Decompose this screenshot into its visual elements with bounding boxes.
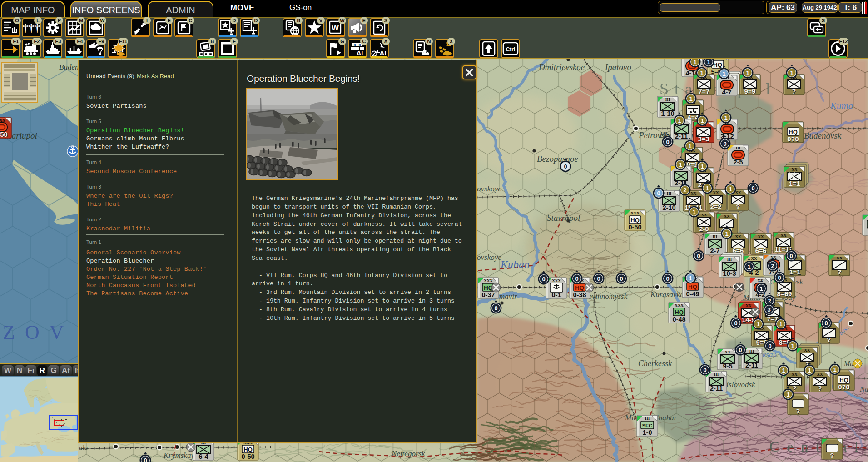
svg-text:1: 1	[700, 117, 704, 124]
svg-text:?: ?	[827, 336, 831, 343]
svg-text:XX: XX	[735, 190, 741, 195]
svg-text:1: 1	[700, 70, 703, 76]
svg-text:III: III	[645, 416, 650, 421]
svg-text:1: 1	[724, 114, 727, 121]
svg-text:0-49: 0-49	[686, 290, 699, 298]
svg-text:1: 1	[722, 70, 725, 77]
svg-text:6-4: 6-4	[199, 453, 208, 460]
svg-text:1: 1	[786, 391, 789, 398]
svg-text:W: W	[332, 24, 339, 32]
svg-text:1: 1	[705, 185, 709, 192]
svg-text:HQ: HQ	[243, 446, 253, 453]
svg-text:1: 1	[700, 163, 704, 170]
svg-text:0: 0	[739, 347, 742, 353]
svg-text:0: 0	[564, 163, 567, 170]
svg-text:0: 0	[494, 305, 497, 312]
svg-text:0: 0	[789, 253, 793, 259]
svg-text:XX: XX	[746, 303, 752, 308]
svg-text:XX: XX	[792, 372, 798, 377]
svg-text:ula: ula	[79, 444, 88, 451]
svg-text:2-5: 2-5	[734, 159, 743, 166]
svg-text:10-3: 10-3	[723, 270, 736, 277]
svg-text:ovskoye: ovskoye	[477, 253, 501, 262]
svg-text:1: 1	[747, 263, 750, 270]
svg-text:2=2: 2=2	[710, 203, 722, 210]
svg-text:1: 1	[746, 70, 749, 76]
svg-text:HQ: HQ	[630, 217, 640, 224]
svg-text:8=69: 8=69	[777, 290, 792, 298]
svg-text:XX: XX	[804, 348, 810, 353]
svg-text:XX: XX	[724, 214, 730, 219]
svg-text:0: 0	[734, 320, 737, 327]
svg-text:?: ?	[830, 452, 834, 459]
svg-text:0-38: 0-38	[573, 291, 586, 298]
svg-text:1: 1	[689, 275, 692, 282]
svg-text:III: III	[727, 257, 732, 262]
svg-text:1=1: 1=1	[789, 268, 801, 276]
svg-text:0: 0	[144, 457, 147, 462]
svg-text:9=9: 9=9	[744, 88, 756, 95]
svg-text:3=3: 3=3	[698, 135, 709, 143]
svg-text:III: III	[713, 234, 718, 239]
svg-text:XX: XX	[781, 233, 787, 238]
svg-text:XX: XX	[701, 213, 707, 217]
svg-text:2-11: 2-11	[710, 385, 723, 392]
svg-text:2: 2	[683, 187, 686, 194]
svg-text:1: 1	[759, 285, 763, 292]
svg-text:0: 0	[751, 185, 754, 192]
svg-text:?: ?	[793, 385, 797, 392]
svg-text:0?0: 0?0	[838, 383, 850, 391]
svg-text:1: 1	[779, 321, 782, 328]
svg-text:III: III	[736, 146, 741, 150]
svg-text:?: ?	[796, 407, 800, 415]
svg-text:XXX: XXX	[552, 278, 561, 283]
svg-text:0: 0	[723, 140, 726, 147]
svg-text:XX: XX	[735, 234, 741, 239]
svg-text:SEC: SEC	[642, 423, 653, 428]
svg-text:0: 0	[778, 274, 781, 281]
svg-text:Kurasavka: Kurasavka	[650, 290, 684, 299]
svg-text:0-50: 0-50	[241, 453, 254, 460]
svg-text:ovskoye: ovskoye	[477, 184, 501, 193]
svg-text:XX: XX	[758, 234, 764, 239]
svg-text:XXX: XXX	[484, 278, 493, 283]
svg-text:Kuban: Kuban	[500, 258, 530, 270]
svg-text:0-50: 0-50	[628, 224, 641, 231]
svg-text:x: x	[354, 43, 356, 47]
svg-text:1: 1	[692, 209, 695, 215]
svg-text:HQ: HQ	[575, 284, 584, 291]
svg-text:III: III	[667, 191, 672, 196]
svg-text:0?0: 0?0	[788, 135, 799, 143]
svg-text:0: 0	[657, 190, 660, 197]
svg-text:XXX: XXX	[0, 118, 5, 123]
svg-text:Ctrl: Ctrl	[506, 46, 516, 53]
svg-text:1: 1	[790, 70, 793, 76]
svg-text:ZOV: ZOV	[3, 321, 74, 343]
svg-text:0: 0	[666, 275, 669, 282]
svg-text:0-1: 0-1	[552, 291, 561, 298]
svg-text:XX: XX	[837, 256, 843, 260]
svg-text:1: 1	[782, 367, 785, 374]
svg-text:?: ?	[736, 203, 740, 210]
svg-text:3: 3	[767, 306, 770, 313]
svg-text:XX: XX	[792, 167, 798, 172]
svg-text:2: 2	[771, 263, 774, 269]
svg-text:1: 1	[833, 366, 836, 373]
svg-text:0-48: 0-48	[672, 316, 685, 323]
svg-text:0-50: 0-50	[0, 131, 8, 138]
svg-text:2-10: 2-10	[662, 204, 675, 211]
svg-text:2-11: 2-11	[675, 133, 688, 140]
svg-text:0: 0	[697, 253, 700, 259]
svg-text:1: 1	[678, 117, 681, 124]
svg-text:1: 1	[756, 321, 759, 328]
svg-text:0: 0	[620, 275, 623, 282]
svg-text:1: 1	[693, 59, 696, 65]
svg-text:XX: XX	[725, 350, 731, 354]
svg-text:Budenovsk: Budenovsk	[804, 131, 842, 140]
svg-text:1: 1	[808, 367, 811, 374]
svg-text:Bezopasnoe: Bezopasnoe	[537, 154, 578, 164]
svg-text:Nalc: Nalc	[859, 385, 868, 393]
svg-text:7=7: 7=7	[699, 88, 710, 95]
svg-text:6=6: 6=6	[755, 247, 767, 254]
svg-text:III: III	[714, 372, 719, 377]
